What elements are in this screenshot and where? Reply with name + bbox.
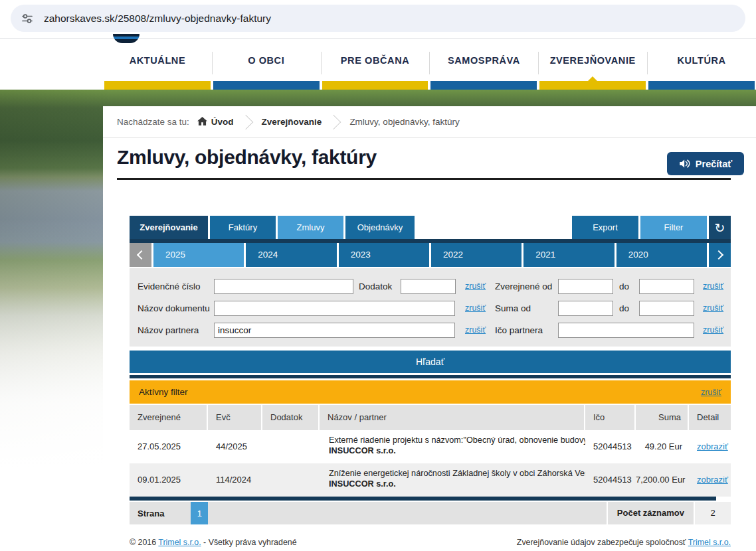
tab-zverejnovanie[interactable]: Zverejňovanie: [130, 216, 208, 239]
site-settings-icon[interactable]: [21, 12, 34, 25]
dodatok-input[interactable]: [401, 279, 456, 294]
suma-od-label: Suma od: [495, 301, 531, 316]
breadcrumb-home-link[interactable]: Úvod: [211, 117, 234, 127]
show-detail-link[interactable]: zobraziť: [697, 441, 728, 451]
ico-partnera-input[interactable]: [558, 323, 694, 338]
toolbar-spacer: [417, 216, 570, 239]
do-label: do: [619, 301, 629, 316]
toolbar-tabs: Zverejňovanie Faktúry Zmluvy Objednávky …: [130, 216, 731, 239]
ico-partnera-label: Ičo partnera: [495, 323, 543, 338]
title-divider: [117, 178, 731, 180]
evidencne-cislo-input[interactable]: [214, 279, 353, 294]
pagination: Strana 1 Počet záznamov 2: [130, 502, 731, 524]
main-nav: AKTUÁLNE O OBCI PRE OBČANA SAMOSPRÁVA ZV…: [0, 39, 756, 90]
nav-underline: [322, 81, 428, 90]
tab-zmluvy[interactable]: Zmluvy: [278, 216, 343, 239]
nazov-dokumentu-label: Názov dokumentu: [138, 301, 210, 316]
prev-years-button[interactable]: [130, 243, 151, 267]
cell-dodatok: [262, 463, 320, 497]
col-nazov-partner: Názov / partner: [320, 405, 585, 430]
url-bar[interactable]: zahorskaves.sk/25808/zmluvy-objednavky-f…: [11, 5, 745, 32]
nav-underline: [539, 81, 646, 90]
nav-item-samosprava[interactable]: SAMOSPRÁVA: [429, 39, 538, 90]
suma-od-input[interactable]: [558, 301, 613, 316]
table-row: 09.01.2025 114/2024 Zníženie energeticke…: [130, 463, 731, 497]
cell-evc: 114/2024: [208, 463, 262, 497]
tab-faktury[interactable]: Faktúry: [210, 216, 276, 239]
cell-evc: 44/2025: [208, 430, 262, 463]
cell-suma: 49.20 Eur: [636, 430, 689, 463]
nav-item-aktualne[interactable]: AKTUÁLNE: [103, 39, 212, 90]
next-years-button[interactable]: [709, 243, 731, 267]
nav-item-kultura[interactable]: KULTÚRA: [647, 39, 756, 90]
nazov-partnera-input[interactable]: [214, 323, 455, 338]
chevron-right-icon: [714, 250, 723, 260]
footer-trimel-link[interactable]: Trimel s.r.o.: [158, 538, 201, 547]
active-filter-cancel-link[interactable]: zrušiť: [701, 388, 721, 397]
table-header: Zverejnené Evč Dodatok Názov / partner I…: [130, 405, 731, 430]
cell-name-partner: Zníženie energetickej náročnosti Základn…: [320, 463, 585, 497]
zverejnene-od-input[interactable]: [558, 279, 613, 294]
provider-trimel-link[interactable]: Trimel s.r.o.: [688, 538, 731, 547]
year-tab-2024[interactable]: 2024: [246, 243, 336, 267]
nav-underline: [430, 81, 537, 90]
do-label: do: [619, 279, 629, 294]
col-ico: Ičo: [585, 405, 636, 430]
refresh-button[interactable]: ↻: [709, 216, 731, 239]
export-button[interactable]: Export: [572, 216, 638, 239]
breadcrumb: Nachádzate sa tu: Úvod Zverejňovanie Zml…: [103, 106, 756, 138]
refresh-icon: ↻: [715, 220, 725, 235]
chevron-right-icon: [238, 114, 253, 129]
nav-item-pre-obcana[interactable]: PRE OBČANA: [321, 39, 430, 90]
nazov-dokumentu-input[interactable]: [214, 301, 455, 316]
read-aloud-button[interactable]: Prečítať: [667, 152, 744, 175]
breadcrumb-section-link[interactable]: Zverejňovanie: [262, 117, 322, 127]
cancel-link[interactable]: zrušiť: [465, 323, 486, 338]
cell-name-partner: Externé riadenie projektu s názvom:"Obec…: [320, 430, 585, 463]
year-tab-2025[interactable]: 2025: [153, 243, 244, 267]
cancel-link[interactable]: zrušiť: [703, 323, 723, 338]
content-panel: Nachádzate sa tu: Úvod Zverejňovanie Zml…: [103, 106, 756, 551]
home-icon: [197, 117, 207, 127]
show-detail-link[interactable]: zobraziť: [697, 475, 728, 485]
col-detail: Detail: [689, 405, 731, 430]
breadcrumb-prefix: Nachádzate sa tu:: [117, 117, 189, 127]
page-1-button[interactable]: 1: [191, 502, 208, 524]
cell-dodatok: [262, 430, 320, 463]
cancel-link[interactable]: zrušiť: [465, 279, 486, 294]
nazov-partnera-label: Názov partnera: [138, 323, 199, 338]
filter-button[interactable]: Filter: [640, 216, 707, 239]
table-bottom-divider: [130, 497, 716, 501]
tab-objednavky[interactable]: Objednávky: [345, 216, 415, 239]
year-tab-2023[interactable]: 2023: [339, 243, 429, 267]
read-aloud-label: Prečítať: [696, 159, 732, 169]
year-tab-2020[interactable]: 2020: [616, 243, 707, 267]
cell-date: 09.01.2025: [130, 463, 208, 497]
col-suma: Suma: [636, 405, 689, 430]
cancel-link[interactable]: zrušiť: [703, 301, 723, 316]
provider-text: Zverejňovanie údajov zabezpečuje spoločn…: [517, 538, 686, 547]
record-count-label: Počet záznamov: [608, 502, 694, 524]
col-evc: Evč: [208, 405, 262, 430]
search-button[interactable]: Hľadať: [130, 351, 731, 373]
nav-underline: [648, 81, 755, 90]
page: zahorskaves.sk/25808/zmluvy-objednavky-f…: [0, 0, 756, 551]
year-tab-2021[interactable]: 2021: [523, 243, 614, 267]
suma-do-input[interactable]: [639, 301, 694, 316]
nav-item-zverejnovanie[interactable]: ZVEREJŇOVANIE: [538, 39, 647, 90]
cell-ico: 52044513: [585, 430, 636, 463]
active-filter-label: Aktívny filter: [139, 387, 188, 397]
cancel-link[interactable]: zrušiť: [703, 279, 723, 294]
rights-text: - Všetky práva vyhradené: [203, 538, 297, 547]
dodatok-label: Dodatok: [359, 279, 392, 294]
zverejnene-od-label: Zverejnené od: [495, 279, 552, 294]
year-tab-2022[interactable]: 2022: [431, 243, 521, 267]
cancel-link[interactable]: zrušiť: [465, 301, 486, 316]
nav-item-o-obci[interactable]: O OBCI: [212, 39, 321, 90]
url-text[interactable]: zahorskaves.sk/25808/zmluvy-objednavky-f…: [44, 13, 271, 25]
zverejnene-do-input[interactable]: [639, 279, 694, 294]
filter-form: Evidenčné číslo Dodatok zrušiť Zverejnen…: [130, 268, 731, 347]
evidencne-cislo-label: Evidenčné číslo: [138, 279, 201, 294]
cell-ico: 52044513: [585, 463, 636, 497]
speaker-icon: [679, 159, 691, 169]
